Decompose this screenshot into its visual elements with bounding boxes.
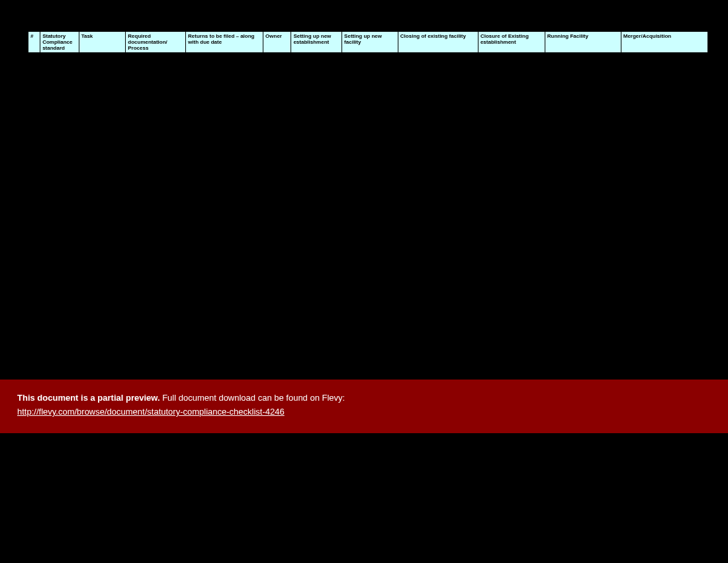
header-standard: Statutory Compliance standard: [40, 32, 79, 53]
header-docs: Required documentation/ Process: [126, 32, 186, 53]
banner-link[interactable]: http://flevy.com/browse/document/statuto…: [17, 407, 285, 417]
banner-text-line: This document is a partial preview. Full…: [17, 393, 711, 403]
header-closing-facility: Closing of existing facility: [398, 32, 478, 53]
header-num: #: [28, 32, 40, 53]
header-merger-acquisition: Merger/Acquisition: [621, 32, 707, 53]
header-setup-facility: Setting up new facility: [342, 32, 398, 53]
header-closure-establishment: Closure of Existing establishment: [478, 32, 545, 53]
compliance-header-table: # Statutory Compliance standard Task Req…: [28, 31, 708, 53]
compliance-table-wrapper: # Statutory Compliance standard Task Req…: [28, 31, 708, 53]
table-header-row: # Statutory Compliance standard Task Req…: [28, 32, 708, 53]
header-running-facility: Running Facility: [545, 32, 621, 53]
preview-banner: This document is a partial preview. Full…: [0, 380, 728, 433]
banner-bold-text: This document is a partial preview.: [17, 393, 160, 403]
header-setup-establishment: Setting up new establishment: [291, 32, 342, 53]
banner-remainder-text: Full document download can be found on F…: [160, 393, 345, 403]
header-owner: Owner: [263, 32, 291, 53]
header-task: Task: [79, 32, 126, 53]
header-returns: Returns to be filed – along with due dat…: [186, 32, 263, 53]
